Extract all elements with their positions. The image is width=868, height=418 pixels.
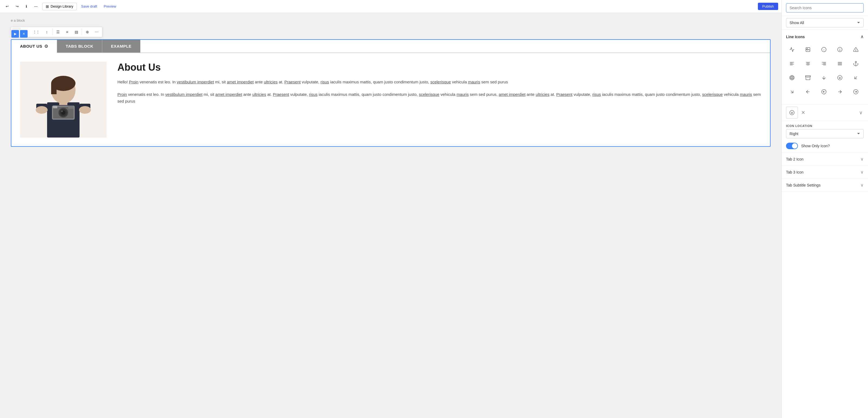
search-input[interactable] [786,3,864,12]
svg-point-25 [840,50,840,51]
icon-triangle-warning[interactable] [850,43,862,56]
selected-icon-row: ✕ ∨ [782,104,868,121]
info-button[interactable]: ℹ [23,3,30,10]
icon-arrow-down[interactable] [818,72,830,84]
about-us-icon: ⊙ [44,43,48,49]
align-left-icon: ☰ [56,30,60,34]
icon-info-circle[interactable] [818,43,830,56]
toolbar-divider-1 [52,29,53,35]
move-updown-button[interactable]: ↕ [42,28,51,36]
show-all-select[interactable]: Show All Line Icons Solid Icons [786,18,864,27]
play-icon: ▶ [14,32,17,36]
icon-location-select[interactable]: Left Right Top Bottom [786,129,864,138]
tab-title: About Us [117,62,762,73]
save-draft-button[interactable]: Save draft [79,3,99,10]
expand-icon-button[interactable]: ∨ [858,109,864,117]
align-right-icon: ▤ [75,30,78,34]
svg-line-59 [791,91,793,93]
icon-align-justify[interactable] [834,58,846,69]
design-library-icon: ⊞ [46,4,49,9]
icon-activity[interactable] [786,43,798,56]
line-icons-label: Line Icons [786,35,805,39]
icon-image-up[interactable] [802,43,814,56]
tab-subtitle-settings-row[interactable]: Tab Subtitle Settings ∨ [782,179,868,192]
add-icon: ⊕ [86,30,89,34]
align-center-icon: ≡ [66,30,68,34]
icon-arrow-down-circle[interactable] [834,72,846,84]
svg-point-9 [79,106,91,114]
design-library-label: Design Library [51,4,73,8]
undo-icon: ↩ [6,4,9,8]
icon-align-left[interactable] [786,58,798,69]
icons-grid [786,40,864,101]
icon-arrow-right-circle[interactable] [850,86,862,98]
icon-arrow-right[interactable] [834,86,846,98]
svg-rect-53 [806,76,810,77]
svg-rect-16 [68,106,73,109]
close-block-button[interactable]: ✕ [20,30,28,38]
line-icons-header[interactable]: Line Icons ∧ [786,33,864,40]
tab2-icon-row[interactable]: Tab 2 Icon ∨ [782,153,868,166]
chevron-up-icon: ∧ [861,34,864,39]
tab2-chevron-icon: ∨ [861,156,864,161]
undo-button[interactable]: ↩ [3,3,11,10]
align-right-button[interactable]: ▤ [72,28,81,36]
svg-line-49 [791,76,792,78]
show-all-section: Show All Line Icons Solid Icons [782,16,868,30]
play-button[interactable]: ▶ [11,30,19,38]
icon-arrow-left-circle[interactable] [818,86,830,98]
icon-archive[interactable] [802,72,814,84]
design-library-button[interactable]: ⊞ Design Library [42,3,77,10]
tab3-chevron-icon: ∨ [861,170,864,175]
tab-example[interactable]: EXAMPLE [102,40,141,53]
icon-location-container: ICON LOCATION Left Right Top Bottom [782,121,868,140]
icon-arrow-down-left[interactable] [850,72,862,84]
clear-icon-button[interactable]: ✕ [800,109,806,117]
svg-point-15 [61,111,63,112]
top-toolbar: ↩ ↪ ℹ — ⊞ Design Library Save draft Prev… [0,0,781,13]
icon-aperture[interactable] [786,72,798,84]
minimize-button[interactable]: — [32,3,40,10]
tab-text-content: About Us Hello! Proin venenatis est leo.… [117,62,762,138]
tab3-icon-row[interactable]: Tab 3 Icon ∨ [782,166,868,179]
tab2-icon-label: Tab 2 Icon [786,157,804,161]
icon-arrow-down-right[interactable] [786,86,798,98]
editor-canvas: e a block ⊡ ▦ ⋮⋮ ↕ ☰ ≡ ▤ [0,13,781,418]
selected-icon-display [786,107,798,119]
tab-subtitle-label: Tab Subtitle Settings [786,183,820,187]
updown-icon: ↕ [46,30,48,34]
close-icon: ✕ [23,32,25,36]
tab-about-us[interactable]: ABOUT US ⊙ [11,40,57,53]
more-options-button[interactable]: ⋯ [92,28,101,36]
preview-button[interactable]: Preview [101,3,118,10]
example-label: EXAMPLE [111,44,131,49]
show-only-icon-toggle[interactable] [786,143,798,149]
person-image [20,62,106,138]
align-center-button[interactable]: ≡ [63,28,71,36]
icon-align-right[interactable] [818,58,830,69]
redo-button[interactable]: ↪ [13,3,21,10]
icon-align-center[interactable] [802,58,814,69]
publish-button[interactable]: Publish [758,3,778,10]
svg-point-8 [36,106,48,114]
icon-warning-circle[interactable] [834,43,846,56]
svg-point-44 [855,61,857,63]
icon-anchor[interactable] [850,58,862,69]
svg-point-27 [856,50,856,51]
svg-line-47 [793,77,794,79]
tabs-block-label: TABS BLOCK [66,44,93,49]
search-section [782,0,868,16]
about-us-label: ABOUT US [20,44,42,49]
add-block-button[interactable]: ⊕ [83,28,92,36]
tab3-icon-label: Tab 3 Icon [786,170,804,174]
tab-tabs-block[interactable]: TABS BLOCK [57,40,102,53]
tab-image [20,62,106,138]
align-left-button[interactable]: ☰ [54,28,62,36]
icon-arrow-left[interactable] [802,86,814,98]
redo-icon: ↪ [16,4,19,8]
tabs-navigation: ABOUT US ⊙ TABS BLOCK EXAMPLE [11,40,770,53]
svg-line-50 [790,76,792,79]
tab-content: About Us Hello! Proin venenatis est leo.… [11,53,770,146]
more-icon: ⋯ [95,30,98,34]
drag-handle-button[interactable]: ⋮⋮ [31,28,42,36]
